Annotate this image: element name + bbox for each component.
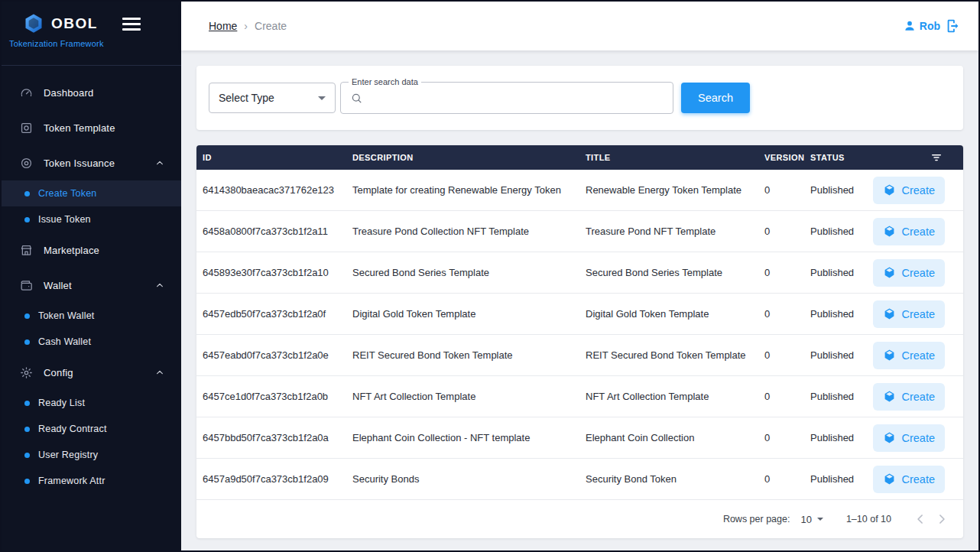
search-field-label: Enter search data — [349, 77, 421, 86]
logout-icon — [945, 18, 962, 34]
create-button[interactable]: Create — [873, 424, 945, 452]
cell-id: 6414380baeacac371762e123 — [196, 184, 346, 196]
cell-title: Elephant Coin Collection — [579, 432, 758, 443]
create-button-label: Create — [901, 184, 935, 196]
cube-icon — [883, 266, 896, 279]
cell-title: Security Bond Token — [579, 473, 758, 485]
sidebar-item-config[interactable]: Config — [2, 355, 181, 390]
create-button-label: Create — [901, 308, 935, 320]
caret-down-icon — [318, 96, 326, 100]
create-button[interactable]: Create — [873, 218, 945, 245]
search-button[interactable]: Search — [681, 83, 750, 113]
cell-description: Elephant Coin Collection - NFT template — [346, 432, 579, 443]
cell-id: 6457eabd0f7ca373cb1f2a0e — [196, 349, 346, 361]
top-bar: Home › Create Rob — [181, 2, 978, 50]
sidebar-item-marketplace[interactable]: Marketplace — [2, 232, 181, 268]
page-content: Select Type Enter search data Search ID … — [181, 50, 978, 550]
brand-subtitle: Tokenization Framework — [9, 39, 181, 48]
sidebar-item-user-registry[interactable]: User Registry — [2, 442, 181, 468]
person-icon — [903, 19, 917, 33]
table-row: 6457a9d50f7ca373cb1f2a09Security BondsSe… — [196, 459, 963, 500]
dashboard-icon — [18, 85, 34, 100]
create-button-label: Create — [901, 349, 935, 362]
type-select[interactable]: Select Type — [209, 83, 336, 113]
chevron-left-icon — [913, 511, 928, 527]
sidebar-item-token-template[interactable]: Token Template — [2, 110, 181, 145]
cell-status: Published — [804, 349, 865, 361]
bullet-icon — [24, 427, 30, 432]
marketplace-icon — [18, 242, 34, 258]
rows-per-page-select[interactable]: 10 — [800, 514, 823, 525]
cube-icon — [883, 307, 896, 320]
sidebar-item-token-issuance[interactable]: Token Issuance — [2, 145, 181, 180]
sidebar-item-dashboard[interactable]: Dashboard — [2, 75, 181, 110]
sidebar-item-cash-wallet[interactable]: Cash Wallet — [2, 329, 181, 355]
cell-version: 0 — [758, 391, 804, 402]
table-row: 6457ce1d0f7ca373cb1f2a0bNFT Art Collecti… — [196, 376, 963, 417]
chevron-up-icon — [154, 157, 166, 169]
cell-description: Digital Gold Token Template — [346, 308, 579, 320]
create-button[interactable]: Create — [873, 177, 945, 204]
create-button[interactable]: Create — [873, 466, 945, 493]
search-input[interactable] — [369, 91, 664, 105]
cell-description: NFT Art Collection Template — [346, 391, 579, 402]
table-row: 6457edb50f7ca373cb1f2a0fDigital Gold Tok… — [196, 294, 963, 335]
search-panel: Select Type Enter search data Search — [196, 66, 963, 130]
create-button[interactable]: Create — [873, 342, 945, 369]
sidebar-item-label: Issue Token — [38, 214, 91, 225]
bullet-icon — [24, 401, 30, 406]
column-title: TITLE — [579, 153, 758, 162]
cell-title: Renewable Energy Token Template — [579, 184, 758, 196]
user-menu: Rob — [903, 18, 962, 34]
table-header: ID DESCRIPTION TITLE VERSION STATUS — [196, 145, 963, 170]
type-select-value: Select Type — [219, 92, 274, 104]
logout-button[interactable] — [945, 18, 962, 34]
create-button[interactable]: Create — [873, 383, 945, 411]
next-page-button[interactable] — [931, 508, 952, 530]
create-button-label: Create — [901, 267, 935, 279]
cell-status: Published — [804, 267, 865, 278]
bullet-icon — [24, 217, 30, 222]
config-icon — [18, 365, 34, 380]
table-row: 6457bbd50f7ca373cb1f2a0aElephant Coin Co… — [196, 417, 963, 459]
create-button[interactable]: Create — [873, 259, 945, 287]
previous-page-button[interactable] — [910, 508, 931, 530]
sidebar-item-label: Token Template — [44, 122, 115, 134]
sidebar-item-token-wallet[interactable]: Token Wallet — [2, 303, 181, 329]
cell-id: 6457ce1d0f7ca373cb1f2a0b — [196, 391, 346, 402]
sidebar-item-issue-token[interactable]: Issue Token — [2, 206, 181, 232]
sidebar-item-label: Marketplace — [44, 245, 99, 256]
sidebar-item-label: Token Issuance — [44, 157, 115, 169]
cell-description: Security Bonds — [346, 473, 579, 485]
cell-version: 0 — [758, 432, 804, 443]
cell-version: 0 — [758, 308, 804, 320]
cell-status: Published — [804, 473, 865, 485]
bullet-icon — [24, 453, 30, 458]
create-button[interactable]: Create — [873, 300, 945, 328]
cube-icon — [883, 349, 896, 362]
cell-description: Secured Bond Series Template — [346, 267, 579, 278]
chevron-up-icon — [154, 279, 166, 291]
sidebar-item-label: Token Wallet — [38, 310, 95, 321]
cell-id: 6457edb50f7ca373cb1f2a0f — [196, 308, 346, 320]
sidebar-item-ready-list[interactable]: Ready List — [2, 390, 181, 416]
breadcrumb-home-link[interactable]: Home — [209, 20, 237, 32]
menu-icon[interactable] — [122, 18, 141, 31]
sidebar-item-label: Ready List — [38, 398, 85, 408]
caret-down-icon — [817, 518, 823, 521]
template-icon — [18, 120, 34, 135]
cell-title: Digital Gold Token Template — [579, 308, 758, 320]
rows-per-page-value: 10 — [800, 514, 811, 525]
sidebar-nav: DashboardToken TemplateToken IssuanceCre… — [2, 66, 181, 494]
sidebar-item-wallet[interactable]: Wallet — [2, 268, 181, 303]
bullet-icon — [24, 313, 30, 319]
sidebar-item-label: Create Token — [38, 188, 97, 199]
filter-icon[interactable] — [930, 151, 943, 164]
cube-icon — [883, 431, 896, 444]
breadcrumb: Home › Create — [209, 20, 287, 32]
sidebar-item-ready-contract[interactable]: Ready Contract — [2, 416, 181, 442]
cell-title: REIT Secured Bond Token Template — [579, 349, 758, 361]
sidebar-item-framework-attr[interactable]: Framework Attr — [2, 468, 181, 494]
sidebar-item-create-token[interactable]: Create Token — [2, 180, 181, 206]
cell-status: Published — [804, 432, 865, 443]
